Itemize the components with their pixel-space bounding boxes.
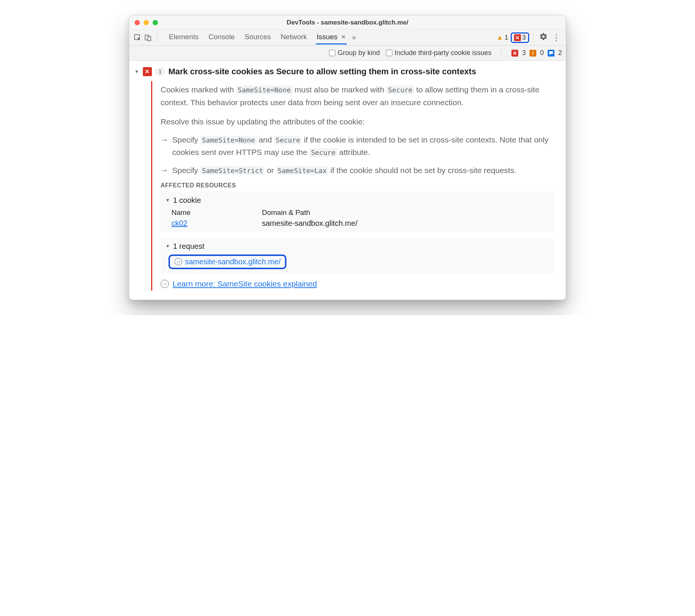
issue-body: Cookies marked with SameSite=None must a… [151,81,563,291]
cookie-resource-box: ▼ 1 cookie Name Domain & Path ck02 sames… [161,192,554,232]
issue-header-row[interactable]: ▼ ✕ 1 Mark cross-site cookies as Secure … [132,65,563,78]
request-link[interactable]: ↓↑ samesite-sandbox.glitch.me/ [168,254,286,269]
status-warning-icon: ! [530,50,536,57]
issue-paragraph-1: Cookies marked with SameSite=None must a… [161,83,554,109]
issue-title: Mark cross-site cookies as Secure to all… [168,67,476,77]
devtools-window: DevTools - samesite-sandbox.glitch.me/ E… [129,15,566,300]
include-thirdparty-input[interactable] [386,50,392,56]
device-toggle-icon[interactable] [143,34,153,41]
minimize-icon[interactable] [144,20,149,25]
cookie-section-toggle[interactable]: ▼ 1 cookie [165,196,550,205]
close-tab-icon[interactable]: ✕ [341,34,346,40]
tab-issues[interactable]: Issues ✕ [316,31,347,44]
traffic-lights [135,20,158,25]
arrow-icon: → [161,164,168,177]
expand-icon[interactable]: ▼ [135,69,139,74]
tab-sources[interactable]: Sources [244,31,272,44]
status-info-icon [548,50,554,57]
cookie-section-label: 1 cookie [173,196,201,205]
divider [157,33,158,42]
error-count: 3 [522,34,526,41]
warning-badge[interactable]: ▲ 1 [496,34,508,41]
cookie-table: Name Domain & Path ck02 samesite-sandbox… [165,208,550,228]
learn-more-link[interactable]: → Learn more: SameSite cookies explained [161,279,554,288]
request-section-toggle[interactable]: ▼ 1 request [165,242,550,251]
group-by-kind-input[interactable] [329,50,335,56]
open-link-icon: → [161,280,169,288]
issue-bullet-1: → Specify SameSite=None and Secure if th… [161,133,554,159]
titlebar: DevTools - samesite-sandbox.glitch.me/ [129,15,566,30]
cookie-domain-text: samesite-sandbox.glitch.me/ [262,219,357,228]
error-badge-outlined[interactable]: ✕ 3 [511,32,529,43]
learn-more-text[interactable]: Learn more: SameSite cookies explained [173,279,317,288]
issue-count-pill: 1 [156,68,165,75]
window-title: DevTools - samesite-sandbox.glitch.me/ [129,19,566,26]
issue-error-icon: ✕ [143,67,152,76]
request-section-label: 1 request [173,242,204,251]
request-url: samesite-sandbox.glitch.me/ [185,257,280,266]
cookie-name-link[interactable]: ck02 [171,219,187,227]
settings-icon[interactable] [537,32,550,43]
issue-resolve-hint: Resolve this issue by updating the attri… [161,115,554,128]
inspect-element-icon[interactable] [132,34,143,41]
svg-rect-2 [148,37,151,41]
status-warning-count: 0 [540,49,544,57]
table-row: ck02 samesite-sandbox.glitch.me/ [171,219,550,228]
more-tabs-icon[interactable]: » [352,34,356,41]
close-icon[interactable] [135,20,140,25]
col-name: Name [171,208,239,217]
include-thirdparty-label: Include third-party cookie issues [395,49,491,57]
more-icon[interactable]: ⋮ [550,33,563,43]
issues-subbar: Group by kind Include third-party cookie… [129,46,566,61]
cookie-table-header: Name Domain & Path [171,208,550,217]
issues-content: ▼ ✕ 1 Mark cross-site cookies as Secure … [129,61,566,300]
tabs: Elements Console Sources Network Issues … [168,31,347,44]
include-thirdparty-checkbox[interactable]: Include third-party cookie issues [386,49,491,57]
affected-resources-header: AFFECTED RESOURCES [161,182,554,189]
divider [501,49,502,58]
expand-icon: ▼ [165,198,170,203]
warning-count: 1 [505,34,508,41]
expand-icon: ▼ [165,244,170,249]
request-resource-box: ▼ 1 request ↓↑ samesite-sandbox.glitch.m… [161,238,554,273]
tab-console[interactable]: Console [208,31,236,44]
status-info-count: 2 [558,49,562,57]
status-error-icon: ✕ [511,50,518,57]
col-domain: Domain & Path [262,208,310,217]
network-request-icon: ↓↑ [175,258,182,265]
group-by-kind-checkbox[interactable]: Group by kind [329,49,380,57]
tab-network[interactable]: Network [280,31,308,44]
status-cluster: ✕ 3 ! 0 2 [511,49,562,57]
group-by-kind-label: Group by kind [338,49,380,57]
issue-bullet-2: → Specify SameSite=Strict or SameSite=La… [161,164,554,177]
error-icon: ✕ [514,34,521,41]
tab-elements[interactable]: Elements [168,31,199,44]
warning-icon: ▲ [496,34,503,41]
divider [533,33,533,42]
toolbar: Elements Console Sources Network Issues … [129,30,566,46]
status-error-count: 3 [522,49,526,57]
maximize-icon[interactable] [153,20,158,25]
arrow-icon: → [161,133,168,159]
